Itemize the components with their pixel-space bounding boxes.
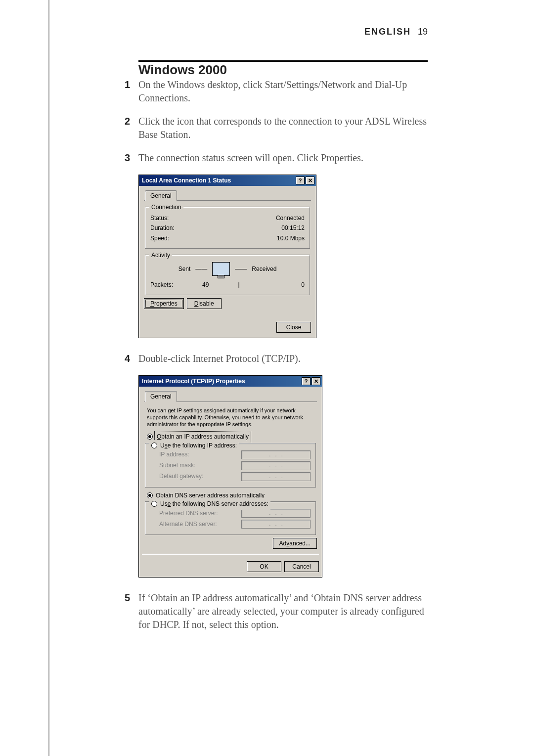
step-number: 1 — [125, 78, 138, 105]
sent-label: Sent — [178, 265, 191, 273]
alternate-dns-label: Alternate DNS server: — [159, 520, 217, 528]
left-margin-rule — [48, 0, 49, 756]
packets-label: Packets: — [150, 281, 173, 289]
page-header: ENGLISH 19 — [138, 27, 428, 37]
header-language: ENGLISH — [364, 27, 411, 37]
close-icon[interactable]: ✕ — [312, 377, 320, 385]
received-label: Received — [252, 265, 276, 273]
step-text: On the Windows desktop, click Start/Sett… — [138, 78, 428, 105]
step-5: 5 If ‘Obtain an IP address automatically… — [125, 591, 428, 631]
radio-dot-icon — [151, 501, 157, 507]
dialog-title: Internet Protocol (TCP/IP) Properties — [142, 377, 301, 385]
cancel-button[interactable]: Cancel — [284, 561, 319, 572]
ok-button[interactable]: OK — [247, 561, 281, 572]
close-icon[interactable]: ✕ — [306, 177, 314, 184]
titlebar[interactable]: Local Area Connection 1 Status ? ✕ — [139, 175, 316, 186]
subnet-mask-field: . . . — [241, 461, 311, 470]
preferred-dns-label: Preferred DNS server: — [159, 509, 218, 517]
dialog-title: Local Area Connection 1 Status — [142, 177, 295, 184]
step-text: If ‘Obtain an IP address automatically’ … — [138, 591, 428, 631]
group-connection: Connection Status:Connected Duration:00:… — [145, 207, 310, 249]
step-text: The connection status screen will open. … — [138, 151, 428, 165]
dialog-intro-text: You can get IP settings assigned automat… — [144, 402, 317, 428]
properties-button[interactable]: PPropertiesroperties — [144, 298, 184, 309]
status-value: Connected — [276, 214, 305, 222]
group-use-ip: Use the following IP address:Use the fol… — [145, 443, 316, 488]
radio-use-ip[interactable]: Use the following IP address:Use the fol… — [151, 442, 237, 449]
advanced-button[interactable]: Advanced...Advanced... — [273, 538, 317, 549]
status-label: Status: — [150, 214, 169, 222]
received-value: 0 — [240, 281, 305, 289]
step-number: 3 — [125, 151, 138, 165]
help-icon[interactable]: ? — [296, 177, 305, 184]
dialog-connection-status: Local Area Connection 1 Status ? ✕ Gener… — [138, 175, 316, 338]
step-4: 4 Double-click Internet Protocol (TCP/IP… — [125, 352, 428, 365]
content-column: 1 On the Windows desktop, click Start/Se… — [125, 78, 428, 641]
group-use-dns: Use the following DNS server addresses:U… — [145, 501, 316, 535]
default-gateway-field: . . . — [241, 472, 311, 481]
radio-use-dns[interactable]: Use the following DNS server addresses:U… — [151, 500, 268, 508]
tabstrip: General — [144, 190, 311, 201]
disable-button[interactable]: DisableDisable — [187, 298, 222, 309]
subnet-mask-label: Subnet mask: — [159, 461, 195, 469]
speed-value: 10.0 Mbps — [277, 234, 305, 242]
tab-general[interactable]: General — [145, 391, 177, 401]
step-number: 2 — [125, 115, 138, 141]
step-3: 3 The connection status screen will open… — [125, 151, 428, 165]
duration-label: Duration: — [150, 224, 175, 232]
step-2: 2 Click the icon that corresponds to the… — [125, 115, 428, 141]
radio-dot-icon — [151, 443, 157, 448]
dialog-tcpip-properties: Internet Protocol (TCP/IP) Properties ? … — [138, 375, 322, 578]
titlebar[interactable]: Internet Protocol (TCP/IP) Properties ? … — [139, 376, 322, 387]
section-title: Windows 2000 — [138, 62, 227, 78]
close-button[interactable]: CloseClose — [276, 322, 311, 333]
header-page-number: 19 — [418, 27, 428, 37]
default-gateway-label: Default gateway: — [159, 472, 203, 480]
sent-value: 49 — [173, 281, 238, 289]
step-1: 1 On the Windows desktop, click Start/Se… — [125, 78, 428, 105]
step-number: 4 — [125, 352, 138, 365]
network-activity-icon — [212, 262, 230, 276]
speed-label: Speed: — [150, 234, 169, 242]
group-legend: Connection — [149, 203, 183, 211]
duration-value: 00:15:12 — [281, 224, 305, 232]
tab-general[interactable]: General — [145, 190, 177, 201]
ip-address-field: . . . — [241, 450, 311, 459]
alternate-dns-field: . . . — [241, 520, 311, 529]
section-divider — [138, 60, 428, 62]
ip-address-label: IP address: — [159, 450, 189, 458]
group-activity: Activity Sent —— —— Received Packets: 49… — [145, 255, 310, 295]
preferred-dns-field: . . . — [241, 509, 311, 518]
group-legend: Activity — [149, 251, 172, 259]
step-text: Click the icon that corresponds to the c… — [138, 115, 428, 141]
step-number: 5 — [125, 591, 138, 631]
step-text: Double-click Internet Protocol (TCP/IP). — [138, 352, 428, 365]
tabstrip: General — [144, 391, 317, 401]
help-icon[interactable]: ? — [302, 377, 311, 385]
